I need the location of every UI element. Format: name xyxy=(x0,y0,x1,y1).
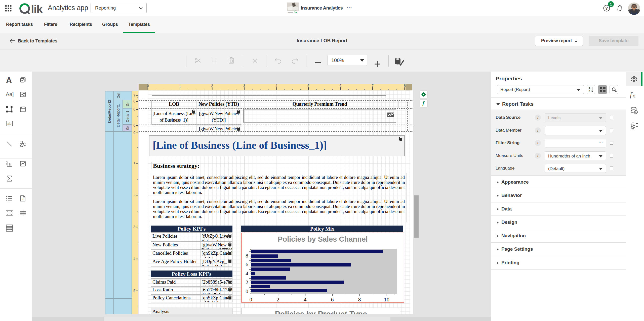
svg-text:4: 4 xyxy=(275,84,277,88)
svg-text:6: 6 xyxy=(340,84,342,88)
svg-text:8: 8 xyxy=(404,84,406,88)
svg-text:lik: lik xyxy=(31,3,43,15)
svg-text:0: 0 xyxy=(133,131,135,135)
svg-text:i: i xyxy=(22,197,23,201)
svg-text:7: 7 xyxy=(133,93,135,97)
svg-text:1: 1 xyxy=(179,84,181,88)
svg-text:ab: ab xyxy=(8,122,12,126)
svg-text:?: ? xyxy=(606,6,608,11)
svg-text:7: 7 xyxy=(372,84,374,88)
svg-text:5: 5 xyxy=(307,84,309,88)
svg-text:3: 3 xyxy=(243,84,245,88)
svg-text:▂▂▂▂: ▂▂▂▂ xyxy=(288,11,293,13)
svg-text:3: 3 xyxy=(133,225,135,229)
svg-text:1: 1 xyxy=(133,161,135,165)
svg-text:Z: Z xyxy=(589,90,590,92)
svg-text:0: 0 xyxy=(147,84,149,88)
svg-text:2: 2 xyxy=(133,193,135,197)
svg-text:0: 0 xyxy=(133,123,135,127)
svg-text:4: 4 xyxy=(133,257,135,261)
svg-text:5: 5 xyxy=(133,289,135,293)
svg-text:0: 0 xyxy=(133,107,135,111)
svg-text:A: A xyxy=(589,87,590,90)
svg-text:2: 2 xyxy=(211,84,213,88)
svg-text:0: 0 xyxy=(133,99,135,103)
